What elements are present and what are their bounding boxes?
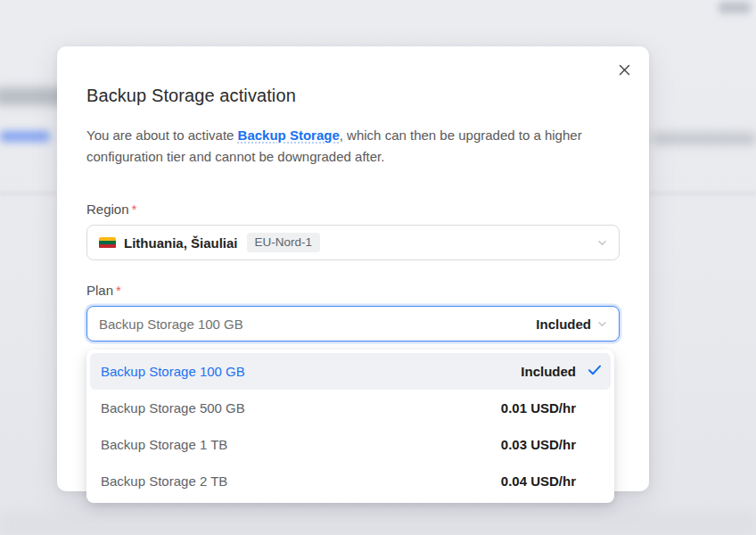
plan-option-label: Backup Storage 500 GB [101,400,245,416]
region-select[interactable]: Lithuania, Šiauliai EU-Nord-1 [86,225,620,260]
plan-option-price: 0.04 USD/hr [501,473,576,489]
plan-option[interactable]: Backup Storage 2 TB 0.04 USD/hr [90,463,611,499]
description-text-prefix: You are about to activate [86,128,238,143]
plan-select-value: Backup Storage 100 GB [99,317,243,332]
region-field-label: Region* [86,201,620,218]
blurred-divider-left [0,193,57,194]
region-select-value: Lithuania, Šiauliai [124,235,238,251]
blurred-header-button [719,2,751,13]
page-background: Backup Storage activation You are about … [0,0,756,535]
close-button[interactable] [613,61,635,82]
plan-option-label: Backup Storage 1 TB [101,437,227,452]
dialog-description: You are about to activate Backup Storage… [86,125,620,168]
dialog-title: Backup Storage activation [86,84,620,107]
chevron-down-icon [596,318,608,330]
close-icon [618,63,631,79]
plan-option[interactable]: Backup Storage 500 GB 0.01 USD/hr [90,390,611,426]
lithuania-flag-icon [99,237,116,249]
plan-option-price: 0.03 USD/hr [501,437,576,452]
region-label-text: Region [86,202,129,217]
plan-label-text: Plan [86,283,113,298]
blurred-page-text [652,133,756,144]
plan-option[interactable]: Backup Storage 100 GB Included [90,353,611,390]
region-datacenter-badge: EU-Nord-1 [247,233,321,252]
plan-options-list: Backup Storage 100 GB Included Backup St… [86,350,614,503]
plan-field-label: Plan* [86,282,620,300]
plan-option-price: Included [521,364,576,379]
backup-storage-link[interactable]: Backup Storage [238,128,340,143]
blurred-page-link [0,131,50,142]
plan-select-price: Included [536,317,591,332]
blurred-bottom-band [0,512,756,535]
plan-option-label: Backup Storage 100 GB [101,364,245,379]
blurred-divider-right [649,193,756,194]
plan-option[interactable]: Backup Storage 1 TB 0.03 USD/hr [90,426,611,463]
required-asterisk: * [132,202,137,217]
chevron-down-icon [596,237,608,249]
plan-option-price: 0.01 USD/hr [501,400,576,416]
plan-select[interactable]: Backup Storage 100 GB Included [86,306,620,342]
required-asterisk: * [116,283,121,298]
check-icon [588,364,602,380]
plan-option-label: Backup Storage 2 TB [101,473,227,489]
